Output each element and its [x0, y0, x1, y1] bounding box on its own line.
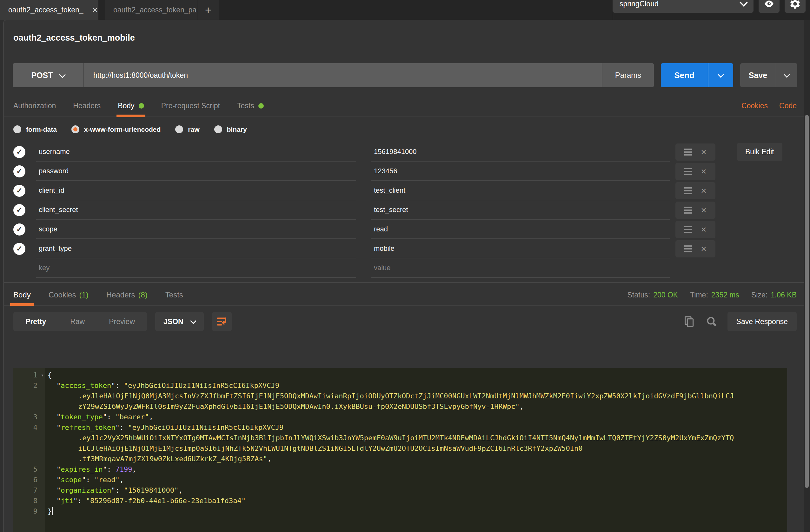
- body-mode-raw[interactable]: raw: [175, 125, 199, 133]
- token: iLCJleHAiOjE1NjQ1MjE1MjcsImp0aSI6IjNhZTk…: [78, 445, 582, 452]
- value-input[interactable]: mobile: [371, 239, 670, 258]
- body-mode-form-data[interactable]: form-data: [13, 125, 57, 133]
- url-input[interactable]: http://host1:8000/oauth/token: [84, 63, 602, 87]
- response-tab-body[interactable]: Body: [13, 290, 31, 305]
- token: ,: [120, 476, 124, 484]
- checkbox-checked-icon[interactable]: ✓: [13, 224, 26, 236]
- radio-icon[interactable]: [13, 125, 21, 133]
- delete-row-icon[interactable]: ×: [701, 186, 707, 195]
- row-checkbox-cell: ✓: [13, 165, 36, 177]
- request-tab-pre-request-script[interactable]: Pre-request Script: [161, 101, 220, 116]
- environment-quick-look-button[interactable]: [759, 0, 779, 13]
- cookies-link[interactable]: Cookies: [742, 101, 768, 110]
- view-mode-raw[interactable]: Raw: [58, 318, 97, 326]
- value-input-placeholder[interactable]: value: [371, 258, 670, 278]
- send-button[interactable]: Send: [661, 63, 708, 87]
- radio-icon[interactable]: [214, 125, 222, 133]
- delete-row-icon[interactable]: ×: [701, 225, 707, 234]
- drag-handle-icon[interactable]: [684, 245, 692, 252]
- response-tab-headers[interactable]: Headers(8): [106, 290, 148, 305]
- row-controls: ×: [676, 182, 715, 199]
- code-line: 1▾{: [13, 370, 787, 380]
- request-section-tabs: AuthorizationHeadersBodyPre-request Scri…: [4, 97, 806, 117]
- eye-icon: [762, 0, 776, 9]
- settings-button[interactable]: [784, 0, 806, 13]
- body-mode-label: x-www-form-urlencoded: [84, 126, 161, 133]
- value-input[interactable]: 15619841000: [371, 142, 670, 162]
- code-link[interactable]: Code: [779, 101, 797, 110]
- radio-icon[interactable]: [175, 125, 183, 133]
- delete-row-icon[interactable]: ×: [701, 244, 707, 254]
- open-request-tab-active[interactable]: oauth2_access_token_ ×: [0, 0, 98, 20]
- drag-handle-icon[interactable]: [684, 207, 692, 214]
- tab-count: (1): [79, 290, 88, 299]
- token: .eyJ1c2VyX25hbWUiOiIxNTYxOTg0MTAwMCIsInN…: [78, 434, 734, 442]
- drag-handle-icon[interactable]: [684, 168, 692, 175]
- response-body-editor[interactable]: 1▾{2"access_token": "eyJhbGciOiJIUzI1NiI…: [13, 368, 787, 532]
- checkbox-checked-icon[interactable]: ✓: [13, 185, 26, 197]
- delete-row-icon[interactable]: ×: [701, 167, 707, 176]
- radio-icon[interactable]: [71, 125, 79, 133]
- bulk-edit-button[interactable]: Bulk Edit: [737, 143, 782, 161]
- request-tab-body[interactable]: Body: [118, 101, 144, 116]
- token: :: [107, 413, 115, 421]
- value-input[interactable]: test_secret: [371, 200, 670, 220]
- value-input[interactable]: test_client: [371, 181, 670, 200]
- new-tab-button[interactable]: +: [197, 0, 219, 20]
- drag-handle-icon[interactable]: [684, 187, 692, 194]
- value-input[interactable]: 123456: [371, 162, 670, 181]
- key-input[interactable]: username: [36, 142, 356, 162]
- save-response-button[interactable]: Save Response: [728, 312, 797, 331]
- request-tab-tests[interactable]: Tests: [237, 101, 264, 116]
- save-button[interactable]: Save: [740, 63, 776, 87]
- checkbox-checked-icon[interactable]: ✓: [13, 146, 26, 158]
- checkbox-checked-icon[interactable]: ✓: [13, 243, 26, 255]
- drag-handle-icon[interactable]: [684, 148, 692, 156]
- close-tab-icon[interactable]: ×: [92, 5, 98, 15]
- key-input[interactable]: client_id: [36, 181, 356, 200]
- key-input[interactable]: scope: [36, 220, 356, 239]
- fold-caret-icon[interactable]: ▾: [41, 370, 44, 381]
- checkbox-checked-icon[interactable]: ✓: [13, 165, 26, 177]
- key-input[interactable]: grant_type: [36, 239, 356, 258]
- response-format-selector[interactable]: JSON: [155, 312, 204, 331]
- save-options-button[interactable]: [776, 63, 797, 87]
- code-text: "token_type": "bearer",: [45, 412, 153, 422]
- request-tab-headers[interactable]: Headers: [73, 101, 101, 116]
- response-tab-cookies[interactable]: Cookies(1): [49, 290, 88, 305]
- environment-selector[interactable]: springCloud: [613, 0, 754, 13]
- scrollbar-thumb[interactable]: [805, 115, 809, 488]
- meta-label: Status:: [628, 291, 650, 299]
- token: ,: [267, 455, 271, 463]
- scrollbar-track[interactable]: [804, 20, 810, 532]
- form-row: ✓password123456×: [4, 162, 806, 181]
- copy-icon[interactable]: [683, 315, 696, 328]
- drag-handle-icon[interactable]: [684, 226, 692, 233]
- row-controls: ×: [676, 240, 715, 257]
- code-text: {: [45, 370, 52, 380]
- key-input[interactable]: password: [36, 162, 356, 181]
- wrap-text-button[interactable]: [212, 312, 232, 331]
- open-request-tab-inactive[interactable]: oauth2_access_token_passv: [105, 0, 197, 20]
- view-mode-preview[interactable]: Preview: [97, 318, 147, 326]
- body-mode-binary[interactable]: binary: [214, 125, 247, 133]
- checkbox-checked-icon[interactable]: ✓: [13, 204, 26, 216]
- key-input[interactable]: client_secret: [36, 200, 356, 220]
- method-selector[interactable]: POST: [13, 63, 84, 87]
- params-button[interactable]: Params: [602, 63, 654, 87]
- value-input[interactable]: read: [371, 220, 670, 239]
- delete-row-icon[interactable]: ×: [701, 205, 707, 215]
- key-input-placeholder[interactable]: key: [36, 258, 356, 278]
- tab-label: Tests: [237, 101, 254, 110]
- request-url-row: POST http://host1:8000/oauth/token Param…: [13, 63, 797, 87]
- response-tab-tests[interactable]: Tests: [165, 290, 183, 305]
- delete-row-icon[interactable]: ×: [701, 147, 707, 157]
- request-tab-authorization[interactable]: Authorization: [13, 101, 56, 116]
- token: ": [103, 465, 107, 473]
- search-icon[interactable]: [705, 315, 718, 328]
- token: :: [107, 465, 115, 473]
- token: ": [56, 486, 61, 494]
- view-mode-pretty[interactable]: Pretty: [13, 318, 58, 326]
- send-options-button[interactable]: [708, 63, 733, 87]
- body-mode-x-www-form-urlencoded[interactable]: x-www-form-urlencoded: [71, 125, 161, 133]
